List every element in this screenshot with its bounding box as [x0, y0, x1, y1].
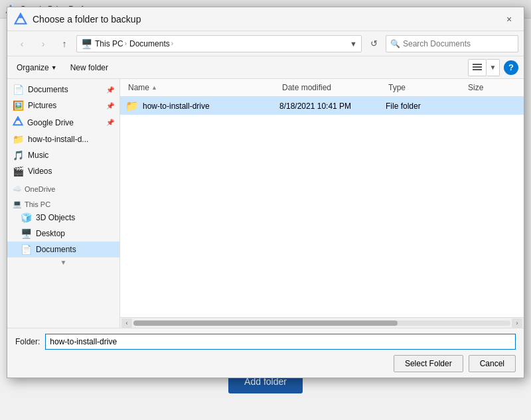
- sidebar-item-documents[interactable]: 📄 Documents 📌: [7, 82, 119, 98]
- view-list-button[interactable]: [468, 59, 487, 76]
- file-header-row: Name ▲ Date modified Type Size: [120, 79, 524, 97]
- refresh-button[interactable]: ↺: [364, 35, 383, 53]
- search-input[interactable]: [403, 39, 514, 48]
- file-date-cell: 8/18/2021 10:41 PM: [279, 102, 386, 111]
- sidebar-item-music[interactable]: 🎵 Music: [7, 147, 119, 163]
- header-name[interactable]: Name ▲: [125, 82, 279, 94]
- dialog-titlebar: Choose a folder to backup ×: [7, 7, 524, 31]
- file-list: 📁 how-to-install-drive 8/18/2021 10:41 P…: [120, 97, 524, 317]
- thispc-label: This PC: [25, 200, 50, 208]
- nav-forward-button[interactable]: ›: [34, 35, 52, 53]
- hscroll-left-button[interactable]: ‹: [121, 318, 132, 328]
- cancel-button[interactable]: Cancel: [469, 355, 516, 372]
- header-size[interactable]: Size: [465, 82, 518, 94]
- address-this-pc[interactable]: This PC ›: [95, 39, 127, 48]
- search-icon: 🔍: [390, 39, 400, 48]
- pin-icon-0: 📌: [106, 86, 114, 94]
- view-dropdown-button[interactable]: ▼: [487, 59, 500, 76]
- nav-up-button[interactable]: ↑: [55, 35, 74, 53]
- dialog-close-button[interactable]: ×: [501, 11, 517, 27]
- left-nav-panel: 📄 Documents 📌 🖼️ Pictures 📌 Google Drive…: [7, 79, 120, 328]
- footer-buttons: Select Folder Cancel: [15, 355, 516, 372]
- right-file-panel: Name ▲ Date modified Type Size 📁: [120, 79, 524, 328]
- folder-input[interactable]: [45, 334, 516, 350]
- select-folder-button[interactable]: Select Folder: [394, 355, 463, 372]
- folder-label: Folder:: [15, 337, 40, 346]
- address-bar: 🖥️ This PC › Documents › ▼: [76, 35, 362, 52]
- sidebar-item-howto[interactable]: 📁 how-to-install-d...: [7, 131, 119, 147]
- file-name-cell: 📁 how-to-install-drive: [125, 100, 279, 112]
- 3dobjects-icon: 🧊: [21, 212, 32, 223]
- documents-icon: 📄: [13, 84, 24, 95]
- address-chevron-1: ›: [125, 40, 127, 47]
- hscroll-thumb[interactable]: [133, 320, 398, 326]
- nav-back-button[interactable]: ‹: [13, 35, 31, 53]
- sidebar-item-gdrive[interactable]: Google Drive 📌: [7, 113, 119, 131]
- sidebar-item-desktop[interactable]: 🖥️ Desktop: [7, 226, 119, 242]
- file-name-label: how-to-install-drive: [143, 102, 210, 111]
- organize-label: Organize: [17, 63, 49, 72]
- organize-toolbar: Organize ▼ New folder ▼ ?: [7, 56, 524, 79]
- pin-icon-2: 📌: [106, 119, 114, 126]
- howto-folder-icon: 📁: [13, 134, 24, 145]
- address-toolbar: ‹ › ↑ 🖥️ This PC › Documents › ▼ ↺ 🔍: [7, 31, 524, 56]
- folder-icon: 📁: [125, 100, 139, 112]
- hscroll-track[interactable]: [133, 320, 510, 326]
- this-pc-label: This PC: [95, 39, 123, 48]
- dialog-main: 📄 Documents 📌 🖼️ Pictures 📌 Google Drive…: [7, 79, 524, 328]
- svg-rect-4: [473, 64, 482, 65]
- file-row-0[interactable]: 📁 how-to-install-drive 8/18/2021 10:41 P…: [120, 97, 524, 115]
- svg-rect-6: [473, 69, 482, 70]
- pin-icon-1: 📌: [106, 102, 114, 109]
- organize-button[interactable]: Organize ▼: [13, 61, 61, 74]
- videos-icon: 🎬: [13, 166, 24, 176]
- thispc-icon: 💻: [13, 200, 22, 208]
- thispc-section: 💻 This PC: [7, 194, 119, 210]
- address-dropdown-button[interactable]: ▼: [350, 40, 357, 48]
- sidebar-label-howto: how-to-install-d...: [28, 135, 88, 144]
- sidebar-label-documents: Documents: [28, 85, 68, 94]
- onedrive-label: OneDrive: [25, 185, 55, 193]
- pictures-icon: 🖼️: [13, 100, 24, 111]
- sidebar-item-documents-thispc[interactable]: 📄 Documents: [7, 242, 119, 257]
- horizontal-scrollbar[interactable]: ‹ ›: [120, 317, 524, 328]
- music-icon: 🎵: [13, 150, 24, 161]
- file-dialog: Choose a folder to backup × ‹ › ↑ 🖥️ Thi…: [7, 7, 524, 378]
- folder-row: Folder:: [15, 334, 516, 350]
- new-folder-button[interactable]: New folder: [65, 61, 114, 74]
- sort-arrow-icon: ▲: [151, 84, 157, 91]
- header-date[interactable]: Date modified: [279, 82, 386, 94]
- dialog-title: Choose a folder to backup: [33, 14, 496, 25]
- view-controls: ▼: [468, 59, 500, 76]
- onedrive-section: ☁️ OneDrive: [7, 179, 119, 194]
- address-documents[interactable]: Documents ›: [129, 39, 173, 48]
- sidebar-label-pictures: Pictures: [28, 101, 56, 110]
- desktop-icon: 🖥️: [21, 228, 32, 239]
- sidebar-label-documents-thispc: Documents: [36, 245, 76, 254]
- sidebar-label-desktop: Desktop: [36, 229, 65, 238]
- list-view-icon: [473, 63, 482, 72]
- sidebar-label-gdrive: Google Drive: [27, 118, 74, 127]
- sidebar-item-videos[interactable]: 🎬 Videos: [7, 163, 119, 179]
- dialog-footer: Folder: Select Folder Cancel: [7, 328, 524, 378]
- sidebar-label-3dobjects: 3D Objects: [36, 213, 75, 222]
- svg-rect-5: [473, 66, 482, 68]
- sidebar-item-3dobjects[interactable]: 🧊 3D Objects: [7, 210, 119, 226]
- onedrive-icon: ☁️: [13, 184, 22, 193]
- gdrive-sidebar-icon: [13, 116, 23, 129]
- address-chevron-2: ›: [171, 40, 173, 47]
- documents-thispc-icon: 📄: [21, 244, 32, 255]
- help-button[interactable]: ?: [504, 60, 518, 75]
- sidebar-label-music: Music: [28, 151, 48, 160]
- documents-label: Documents: [129, 39, 170, 48]
- sidebar-label-videos: Videos: [28, 167, 52, 176]
- scroll-down-indicator: ▼: [7, 257, 119, 267]
- header-type[interactable]: Type: [386, 82, 465, 94]
- dialog-gdrive-icon: [14, 13, 27, 26]
- search-box: 🔍: [386, 35, 518, 52]
- hscroll-right-button[interactable]: ›: [512, 318, 522, 328]
- organize-chevron-icon: ▼: [51, 64, 57, 71]
- file-type-cell: File folder: [386, 102, 465, 111]
- sidebar-item-pictures[interactable]: 🖼️ Pictures 📌: [7, 98, 119, 113]
- address-pc-icon: 🖥️: [81, 38, 92, 49]
